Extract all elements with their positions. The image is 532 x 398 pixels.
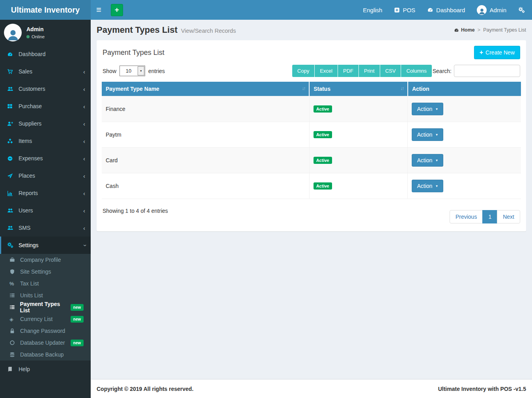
pos-link[interactable]: POS [394,0,415,20]
sidebar-item-database-backup[interactable]: Database Backup [0,349,91,360]
search-input[interactable] [454,65,520,77]
new-badge: new [71,316,84,323]
pdf-button[interactable]: PDF [338,65,359,77]
users-icon [7,86,16,92]
next-page-button[interactable]: Next [497,210,520,223]
language-menu[interactable]: English [363,0,382,20]
grid-icon [7,103,16,109]
sidebar-item-change-password[interactable]: Change Password [0,325,91,337]
print-button[interactable]: Print [359,65,380,77]
table-summary: Showing 1 to 4 of 4 entries [103,205,168,223]
new-badge: new [71,304,84,311]
caret-down-icon: ▼ [435,159,438,162]
sidebar-item-company-profile[interactable]: Company Profile [0,254,91,266]
briefcase-icon [9,257,18,263]
sidebar-item-places[interactable]: Places ‹ [0,167,91,184]
sidebar-item-tax-list[interactable]: % Tax List [0,278,91,289]
breadcrumb-current: Payment Types List [483,27,526,33]
page-title-text: Payment Types List [97,25,177,35]
database-icon [9,352,18,358]
sidebar-item-label: Places [19,173,35,179]
user-menu[interactable]: Admin [477,0,506,20]
excel-button[interactable]: Excel [315,65,338,77]
column-header-status[interactable]: Status ↓↑ [309,82,408,96]
card-title: Payment Types List [103,49,164,57]
sidebar-item-sms[interactable]: SMS ‹ [0,219,91,237]
chevron-left-icon: ‹ [83,155,85,162]
copy-button[interactable]: Copy [292,65,315,77]
page-size-value: 10 [120,68,137,74]
sidebar-item-items[interactable]: Items ‹ [0,132,91,150]
top-navbar: Ultimate Inventory ≡ + English POS Dashb… [0,0,532,20]
sort-icon[interactable]: ↓↑ [302,86,305,91]
sidebar-item-label: SMS [19,225,30,231]
sidebar-item-payment-types-list[interactable]: Payment Types List new [0,301,91,313]
sidebar-item-sales[interactable]: Sales ‹ [0,63,91,80]
sidebar-item-reports[interactable]: Reports ‹ [0,184,91,202]
page-size-select[interactable]: 10 ▼ [119,66,145,76]
table-row: Card Active Action▼ [102,148,521,173]
sidebar-toggle-hamburger-icon[interactable]: ≡ [91,0,107,20]
sidebar-item-users[interactable]: Users ‹ [0,202,91,219]
brand-logo[interactable]: Ultimate Inventory [0,0,91,20]
breadcrumb-home[interactable]: Home [454,27,475,33]
footer-version: -v1.5 [513,386,526,392]
sidebar-item-help[interactable]: Help [0,360,91,378]
status-badge: Active [314,105,332,113]
sidebar-item-label: Change Password [20,328,65,334]
sidebar-item-purchase[interactable]: Purchase ‹ [0,98,91,115]
sidebar-item-label: Reports [19,190,38,196]
settings-gears-icon[interactable] [518,0,525,20]
list-icon [9,293,18,298]
lock-icon [9,328,18,334]
sidebar-item-label: Customers [19,86,45,92]
language-label: English [363,7,382,13]
sidebar-item-customers[interactable]: Customers ‹ [0,80,91,98]
status-badge: Active [314,157,332,164]
sidebar-item-suppliers[interactable]: Suppliers ‹ [0,115,91,132]
plus-icon: + [480,49,483,56]
sidebar-item-label: Site Settings [20,268,51,275]
column-header-payment-type-name[interactable]: Payment Type Name ↓↑ [102,82,309,96]
create-new-button[interactable]: + Create New [474,46,520,59]
dashboard-link[interactable]: Dashboard [427,0,465,20]
online-status-label: Online [32,34,45,39]
sidebar-item-label: Settings [19,242,39,248]
action-label: Action [417,106,432,112]
sidebar-item-dashboard[interactable]: Dashboard [0,45,91,63]
sidebar-item-units-list[interactable]: Units List [0,289,91,301]
online-status-dot [26,35,30,38]
page-subtitle: View/Search Records [181,28,236,34]
sidebar-item-label: Units List [20,292,43,298]
payment-types-table: Payment Type Name ↓↑ Status ↓↑ Action Fi… [102,82,521,199]
page-1-button[interactable]: 1 [482,210,497,223]
column-label: Status [314,86,330,92]
table-row: Paytm Active Action▼ [102,122,521,148]
plus-square-icon [394,7,400,13]
sidebar-item-settings[interactable]: Settings ‹ [0,237,91,254]
sidebar-item-expenses[interactable]: Expenses ‹ [0,150,91,167]
quick-add-button[interactable]: + [111,4,123,16]
previous-page-button[interactable]: Previous [450,210,483,223]
home-icon [454,28,459,33]
sidebar-item-label: Currency List [20,316,52,322]
sidebar-item-currency-list[interactable]: ◈ Currency List new [0,313,91,325]
sidebar-item-database-updater[interactable]: Database Updater new [0,337,91,349]
pagination: Previous 1 Next [450,210,520,223]
action-dropdown-button[interactable]: Action▼ [412,180,443,192]
action-dropdown-button[interactable]: Action▼ [412,103,443,115]
sidebar-item-label: Company Profile [20,257,61,263]
sidebar-item-site-settings[interactable]: Site Settings [0,266,91,278]
action-dropdown-button[interactable]: Action▼ [412,154,443,167]
user-name-label: Admin [489,7,506,13]
settings-submenu: Company Profile Site Settings % Tax List… [0,254,91,360]
action-label: Action [417,131,432,138]
action-dropdown-button[interactable]: Action▼ [412,128,443,141]
columns-button[interactable]: Columns [401,65,431,77]
chevron-left-icon: ‹ [83,68,85,75]
breadcrumb-separator: > [478,27,480,33]
csv-button[interactable]: CSV [380,65,401,77]
payment-type-name-cell: Paytm [102,122,309,148]
sort-icon[interactable]: ↓↑ [400,86,403,91]
action-label: Action [417,183,432,189]
